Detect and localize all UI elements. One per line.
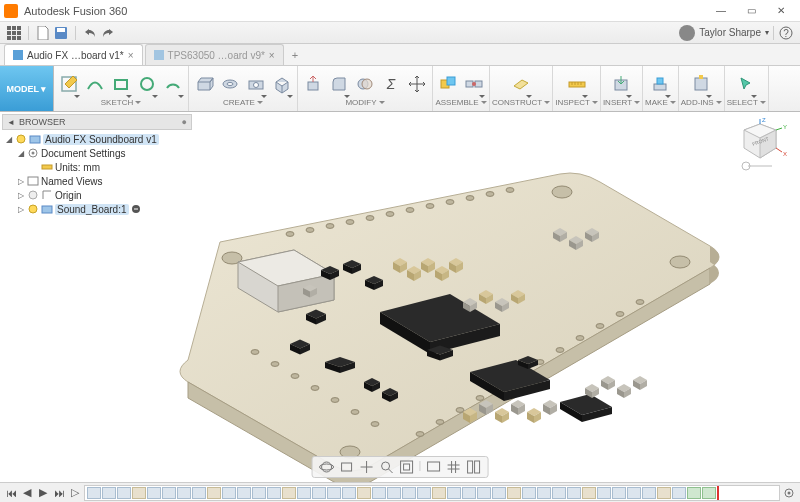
new-component-button[interactable]	[435, 70, 461, 98]
look-at-icon[interactable]	[339, 459, 355, 475]
maximize-button[interactable]: ▭	[736, 1, 766, 21]
viewcube[interactable]: FRONT Y Z X	[738, 118, 788, 178]
timeline-feature[interactable]	[522, 487, 536, 499]
timeline-feature[interactable]	[537, 487, 551, 499]
timeline-settings-icon[interactable]	[782, 486, 796, 500]
fillet-button[interactable]	[326, 70, 352, 98]
timeline-back-button[interactable]: ◀	[20, 486, 34, 500]
timeline-feature[interactable]	[612, 487, 626, 499]
workspace-switcher[interactable]: MODEL ▾	[0, 66, 54, 111]
timeline-feature[interactable]	[642, 487, 656, 499]
timeline-feature[interactable]	[507, 487, 521, 499]
new-sketch-button[interactable]	[56, 70, 82, 98]
plane-button[interactable]	[508, 70, 534, 98]
timeline-feature[interactable]	[582, 487, 596, 499]
tree-named-views[interactable]: ▷ Named Views	[2, 174, 192, 188]
tree-doc-settings[interactable]: ◢ Document Settings	[2, 146, 192, 160]
document-tab-active[interactable]: Audio FX …board v1* ×	[4, 44, 143, 65]
arc-button[interactable]	[160, 70, 186, 98]
timeline-feature[interactable]	[192, 487, 206, 499]
timeline-feature[interactable]	[267, 487, 281, 499]
timeline-feature[interactable]	[252, 487, 266, 499]
minimize-button[interactable]: —	[706, 1, 736, 21]
fit-icon[interactable]	[399, 459, 415, 475]
tree-units[interactable]: Units: mm	[2, 160, 192, 174]
timeline-feature[interactable]	[627, 487, 641, 499]
timeline-feature[interactable]	[402, 487, 416, 499]
press-pull-button[interactable]	[300, 70, 326, 98]
timeline-feature[interactable]	[102, 487, 116, 499]
timeline-feature[interactable]	[207, 487, 221, 499]
timeline-forward-button[interactable]: ▶	[36, 486, 50, 500]
browser-header[interactable]: ◄ BROWSER ●	[2, 114, 192, 130]
timeline-feature[interactable]	[117, 487, 131, 499]
extrude-button[interactable]	[191, 70, 217, 98]
timeline-feature[interactable]	[672, 487, 686, 499]
orbit-icon[interactable]	[319, 459, 335, 475]
tree-origin[interactable]: ▷ Origin	[2, 188, 192, 202]
save-icon[interactable]	[53, 25, 69, 41]
timeline-feature[interactable]	[567, 487, 581, 499]
timeline-feature[interactable]	[372, 487, 386, 499]
timeline-feature[interactable]	[597, 487, 611, 499]
timeline-feature[interactable]	[492, 487, 506, 499]
new-tab-button[interactable]: +	[286, 44, 304, 65]
line-button[interactable]	[82, 70, 108, 98]
help-icon[interactable]: ?	[778, 25, 794, 41]
circle-button[interactable]	[134, 70, 160, 98]
timeline-feature[interactable]	[312, 487, 326, 499]
grid-settings-icon[interactable]	[445, 459, 461, 475]
app-grid-icon[interactable]	[6, 25, 22, 41]
timeline-feature[interactable]	[162, 487, 176, 499]
timeline-feature[interactable]	[417, 487, 431, 499]
document-tab-inactive[interactable]: TPS63050 …oard v9* ×	[145, 44, 284, 65]
timeline-feature[interactable]	[327, 487, 341, 499]
rectangle-button[interactable]	[108, 70, 134, 98]
select-button[interactable]	[733, 70, 759, 98]
timeline-feature[interactable]	[702, 487, 716, 499]
display-settings-icon[interactable]	[425, 459, 441, 475]
timeline-feature[interactable]	[222, 487, 236, 499]
timeline-feature[interactable]	[132, 487, 146, 499]
timeline-feature[interactable]	[432, 487, 446, 499]
measure-button[interactable]	[564, 70, 590, 98]
timeline-start-button[interactable]: ⏮	[4, 486, 18, 500]
hole-button[interactable]	[243, 70, 269, 98]
timeline-feature[interactable]	[282, 487, 296, 499]
make-button[interactable]	[647, 70, 673, 98]
pan-icon[interactable]	[359, 459, 375, 475]
visibility-icon[interactable]	[27, 203, 39, 215]
visibility-icon[interactable]	[27, 189, 39, 201]
timeline-feature[interactable]	[87, 487, 101, 499]
timeline-feature[interactable]	[687, 487, 701, 499]
user-menu[interactable]: Taylor Sharpe ▾	[679, 25, 769, 41]
timeline-playhead[interactable]	[717, 485, 719, 501]
move-button[interactable]	[404, 70, 430, 98]
joint-button[interactable]	[461, 70, 487, 98]
redo-icon[interactable]	[100, 25, 116, 41]
close-button[interactable]: ✕	[766, 1, 796, 21]
timeline-feature[interactable]	[297, 487, 311, 499]
addins-button[interactable]	[688, 70, 714, 98]
undo-icon[interactable]	[82, 25, 98, 41]
timeline-feature[interactable]	[387, 487, 401, 499]
zoom-icon[interactable]	[379, 459, 395, 475]
timeline-play-button[interactable]: ▷	[68, 486, 82, 500]
revolve-button[interactable]	[217, 70, 243, 98]
timeline-feature[interactable]	[657, 487, 671, 499]
visibility-icon[interactable]	[15, 133, 27, 145]
insert-button[interactable]	[608, 70, 634, 98]
timeline-feature[interactable]	[237, 487, 251, 499]
tab-close-icon[interactable]: ×	[128, 50, 134, 61]
box-button[interactable]	[269, 70, 295, 98]
timeline-feature[interactable]	[342, 487, 356, 499]
timeline-feature[interactable]	[447, 487, 461, 499]
timeline-track[interactable]	[84, 485, 780, 501]
parameters-button[interactable]: Σ	[378, 70, 404, 98]
timeline-feature[interactable]	[177, 487, 191, 499]
viewport-layouts-icon[interactable]	[465, 459, 481, 475]
timeline-feature[interactable]	[357, 487, 371, 499]
tree-component[interactable]: ▷ Sound_Board:1	[2, 202, 192, 216]
timeline-feature[interactable]	[552, 487, 566, 499]
timeline-feature[interactable]	[462, 487, 476, 499]
